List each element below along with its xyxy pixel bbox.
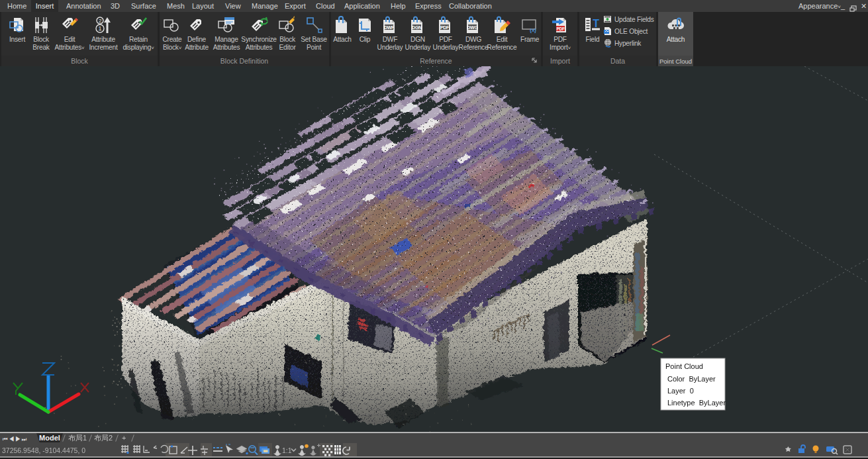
svg-text:Point Cloud: Point Cloud	[665, 362, 703, 370]
svg-text:T: T	[593, 18, 599, 29]
svg-text:Layer 0: Layer 0	[667, 387, 694, 395]
svg-text:2: 2	[99, 18, 102, 24]
svg-text:DWG: DWG	[467, 25, 478, 30]
svg-text:DGN: DGN	[412, 25, 422, 30]
svg-text:PDF: PDF	[440, 25, 450, 30]
svg-text:DWF: DWF	[384, 25, 395, 30]
svg-text:Color ByLayer: Color ByLayer	[667, 375, 716, 383]
svg-text:{x}: {x}	[530, 27, 536, 33]
svg-text:Linetype ByLayer: Linetype ByLayer	[667, 399, 726, 407]
svg-text:PDF: PDF	[556, 26, 565, 31]
svg-text:1:1: 1:1	[282, 446, 292, 454]
svg-text:1: 1	[99, 25, 102, 32]
